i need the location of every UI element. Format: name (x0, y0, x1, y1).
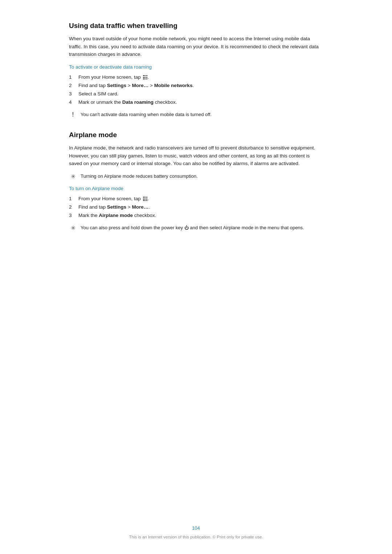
section2-title: Airplane mode (69, 131, 323, 139)
section2-tip2-text: You can also press and hold down the pow… (81, 224, 304, 231)
section-airplane-mode: Airplane mode In Airplane mode, the netw… (69, 131, 323, 231)
section1-note-text: You can't activate data roaming when mob… (81, 111, 212, 118)
step-text: Mark the Airplane mode checkbox. (78, 212, 156, 220)
section2-tip1-text: Turning on Airplane mode reduces battery… (81, 173, 198, 180)
section1-subsection-link: To activate or deactivate data roaming (69, 64, 323, 70)
section1-note: ! You can't activate data roaming when m… (69, 111, 323, 118)
step-number: 4 (69, 98, 75, 107)
section2-tip1: ✳ Turning on Airplane mode reduces batte… (69, 173, 323, 180)
step-text: From your Home screen, tap . (78, 195, 149, 203)
page-footer: 104 This is an Internet version of this … (0, 525, 392, 539)
sun-icon-2: ✳ (69, 225, 77, 231)
section1-steps-list: 1 From your Home screen, tap . 2 Find an… (69, 73, 323, 107)
step-number: 1 (69, 195, 75, 203)
sun-icon: ✳ (69, 173, 77, 180)
page-container: Using data traffic when travelling When … (0, 0, 392, 554)
grid-icon (143, 197, 147, 201)
section1-title: Using data traffic when travelling (69, 22, 323, 30)
section2-tip2: ✳ You can also press and hold down the p… (69, 224, 323, 231)
section2-subsection-link: To turn on Airplane mode (69, 186, 323, 191)
footer-text: This is an Internet version of this publ… (129, 535, 263, 539)
grid-icon (143, 75, 147, 79)
step-number: 2 (69, 82, 75, 90)
step-text: From your Home screen, tap . (78, 73, 149, 82)
step-number: 3 (69, 212, 75, 220)
step-text: Find and tap Settings > More… > Mobile n… (78, 82, 194, 90)
list-item: 1 From your Home screen, tap . (69, 195, 323, 203)
step-text: Find and tap Settings > More…. (78, 203, 150, 212)
step-number: 2 (69, 203, 75, 212)
step-text: Mark or unmark the Data roaming checkbox… (78, 98, 177, 107)
page-number: 104 (0, 525, 392, 531)
list-item: 3 Select a SIM card. (69, 90, 323, 98)
list-item: 4 Mark or unmark the Data roaming checkb… (69, 98, 323, 107)
list-item: 2 Find and tap Settings > More…. (69, 203, 323, 212)
list-item: 3 Mark the Airplane mode checkbox. (69, 212, 323, 220)
step-number: 3 (69, 90, 75, 98)
list-item: 2 Find and tap Settings > More… > Mobile… (69, 82, 323, 90)
section1-intro: When you travel outside of your home mob… (69, 35, 323, 58)
exclamation-icon: ! (69, 111, 77, 118)
step-number: 1 (69, 73, 75, 82)
section2-intro: In Airplane mode, the network and radio … (69, 144, 323, 168)
section-data-traffic: Using data traffic when travelling When … (69, 22, 323, 118)
power-icon: ⏻ (184, 225, 189, 231)
step-text: Select a SIM card. (78, 90, 118, 98)
section2-steps-list: 1 From your Home screen, tap . 2 Find an… (69, 195, 323, 220)
list-item: 1 From your Home screen, tap . (69, 73, 323, 82)
